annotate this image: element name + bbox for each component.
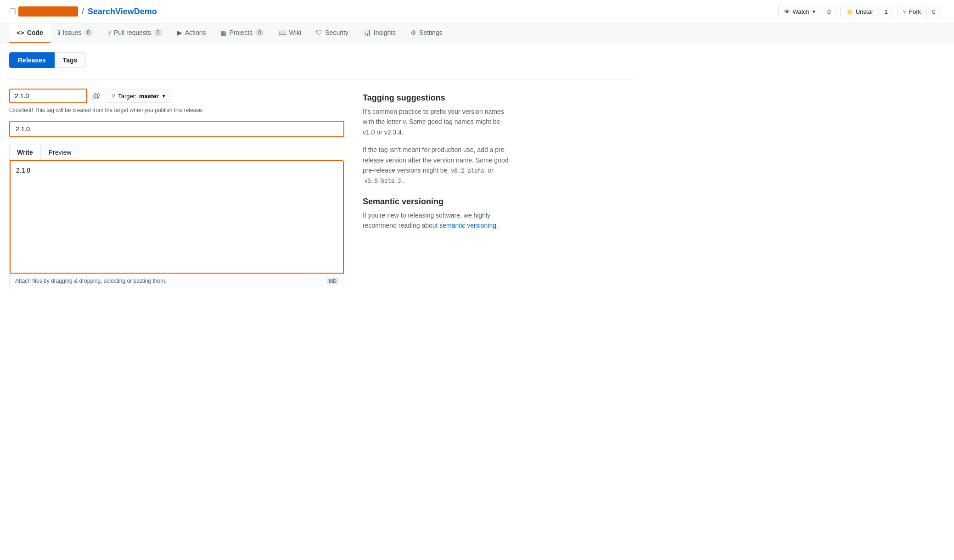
insights-icon: 📊 bbox=[363, 29, 371, 36]
tab-security[interactable]: 🛡 Security bbox=[309, 23, 356, 43]
tagging-period: . bbox=[403, 177, 404, 184]
preview-tab[interactable]: Preview bbox=[41, 145, 79, 160]
repo-name-link[interactable]: SearchViewDemo bbox=[88, 7, 157, 17]
fork-icon: ⑂ bbox=[903, 8, 907, 15]
target-branch-button[interactable]: ⑂ Target: master ▼ bbox=[106, 90, 172, 103]
star-icon: ⭐ bbox=[846, 8, 853, 15]
editor-tabs: Write Preview bbox=[9, 145, 344, 160]
tagging-text-2: If the tag isn't meant for production us… bbox=[363, 145, 510, 186]
watch-button[interactable]: 👁 Watch ▼ bbox=[779, 6, 821, 17]
issues-badge: 0 bbox=[84, 29, 93, 36]
at-sign: @ bbox=[93, 92, 100, 100]
releases-tab[interactable]: Releases bbox=[9, 52, 55, 68]
org-name-block bbox=[18, 6, 78, 17]
tab-projects[interactable]: ▦ Projects 0 bbox=[213, 23, 271, 43]
tab-code[interactable]: <> Code bbox=[9, 23, 51, 43]
form-left: @ ⑂ Target: master ▼ Excellent! This tag… bbox=[9, 89, 344, 288]
tab-insights[interactable]: 📊 Insights bbox=[356, 23, 403, 43]
tab-issues[interactable]: ℹ Issues 0 bbox=[51, 23, 100, 43]
eye-icon: 👁 bbox=[784, 8, 790, 15]
nav-tabs: <> Code ℹ Issues 0 ⑂ Pull requests 0 ▶ A… bbox=[0, 23, 954, 43]
page-header: ❐ / SearchViewDemo 👁 Watch ▼ 0 ⭐ Unstar … bbox=[0, 0, 954, 23]
wiki-icon: 📖 bbox=[279, 29, 286, 36]
tab-wiki-label: Wiki bbox=[289, 29, 301, 36]
header-actions: 👁 Watch ▼ 0 ⭐ Unstar 1 ⑂ Fork 0 bbox=[778, 5, 945, 18]
form-right: Tagging suggestions It's common practice… bbox=[363, 89, 510, 288]
release-tabs: Releases Tags bbox=[9, 52, 634, 68]
tab-pr-label: Pull requests bbox=[114, 29, 151, 36]
semantic-versioning-title: Semantic versioning bbox=[363, 197, 510, 207]
tag-hint: Excellent! This tag will be created from… bbox=[9, 107, 344, 113]
tab-settings-label: Settings bbox=[419, 29, 443, 36]
release-title-input[interactable] bbox=[9, 121, 344, 137]
tagging-suggestions-section: Tagging suggestions It's common practice… bbox=[363, 93, 510, 186]
tab-projects-label: Projects bbox=[230, 29, 253, 36]
chevron-icon: ▼ bbox=[162, 94, 166, 99]
tab-insights-label: Insights bbox=[374, 29, 396, 36]
semantic-link[interactable]: semantic versioning. bbox=[439, 222, 498, 229]
fork-label: Fork bbox=[909, 8, 921, 15]
markdown-icon: MD bbox=[327, 278, 338, 284]
tagging-or: or bbox=[486, 167, 494, 174]
slash-separator: / bbox=[82, 7, 84, 17]
fork-group: ⑂ Fork 0 bbox=[897, 5, 941, 18]
star-count: 1 bbox=[879, 6, 893, 17]
attach-bar: Attach files by dragging & dropping, sel… bbox=[10, 274, 344, 288]
tab-pull-requests[interactable]: ⑂ Pull requests 0 bbox=[100, 23, 170, 43]
tag-input[interactable] bbox=[9, 89, 87, 103]
target-label: Target: bbox=[118, 93, 136, 100]
chevron-down-icon: ▼ bbox=[812, 9, 816, 14]
pr-badge: 0 bbox=[154, 29, 163, 36]
main-content: Releases Tags @ ⑂ Target: master ▼ Excel… bbox=[0, 43, 643, 297]
fork-button[interactable]: ⑂ Fork bbox=[898, 6, 926, 17]
attach-text: Attach files by dragging & dropping, sel… bbox=[15, 278, 167, 284]
tagging-code-1: v0.2-alpha bbox=[449, 167, 486, 174]
tags-tab[interactable]: Tags bbox=[55, 52, 86, 68]
textarea-wrap: 2.1.0 bbox=[10, 160, 344, 274]
fork-count: 0 bbox=[927, 6, 941, 17]
tab-security-label: Security bbox=[325, 29, 348, 36]
watch-label: Watch bbox=[792, 8, 809, 15]
branch-icon: ⑂ bbox=[112, 93, 115, 100]
repo-icon: ❐ bbox=[9, 7, 16, 16]
tag-input-wrap bbox=[9, 89, 87, 103]
tagging-suggestions-title: Tagging suggestions bbox=[363, 93, 510, 103]
actions-icon: ▶ bbox=[177, 29, 182, 36]
pr-icon: ⑂ bbox=[107, 29, 111, 36]
target-value: master bbox=[139, 93, 159, 100]
tab-code-label: Code bbox=[27, 29, 43, 36]
repo-title: ❐ / SearchViewDemo bbox=[9, 6, 157, 17]
tab-actions-label: Actions bbox=[185, 29, 206, 36]
tab-settings[interactable]: ⚙ Settings bbox=[403, 23, 450, 43]
editor-area: 2.1.0 Attach files by dragging & droppin… bbox=[9, 160, 344, 288]
tagging-text-1: It's common practice to prefix your vers… bbox=[363, 106, 510, 137]
gear-icon: ⚙ bbox=[410, 29, 416, 36]
semantic-versioning-section: Semantic versioning If you're new to rel… bbox=[363, 197, 510, 231]
unstar-button[interactable]: ⭐ Unstar bbox=[841, 6, 879, 17]
form-container: @ ⑂ Target: master ▼ Excellent! This tag… bbox=[9, 89, 634, 288]
tag-row: @ ⑂ Target: master ▼ bbox=[9, 89, 344, 103]
watch-group: 👁 Watch ▼ 0 bbox=[778, 5, 836, 18]
star-group: ⭐ Unstar 1 bbox=[840, 5, 893, 18]
issues-icon: ℹ bbox=[58, 29, 60, 36]
shield-icon: 🛡 bbox=[316, 29, 322, 36]
semantic-text: If you're new to releasing software, we … bbox=[363, 210, 510, 231]
tab-issues-label: Issues bbox=[63, 29, 81, 36]
section-divider bbox=[9, 79, 634, 79]
tab-actions[interactable]: ▶ Actions bbox=[170, 23, 213, 43]
projects-icon: ▦ bbox=[221, 29, 227, 36]
watch-count: 0 bbox=[822, 6, 836, 17]
code-icon: <> bbox=[17, 29, 24, 36]
projects-badge: 0 bbox=[255, 29, 264, 36]
tab-wiki[interactable]: 📖 Wiki bbox=[271, 23, 309, 43]
tagging-code-2: v5.9-beta.3 bbox=[363, 177, 403, 185]
description-textarea[interactable]: 2.1.0 bbox=[11, 161, 343, 271]
unstar-label: Unstar bbox=[856, 8, 873, 15]
write-tab[interactable]: Write bbox=[9, 145, 41, 160]
